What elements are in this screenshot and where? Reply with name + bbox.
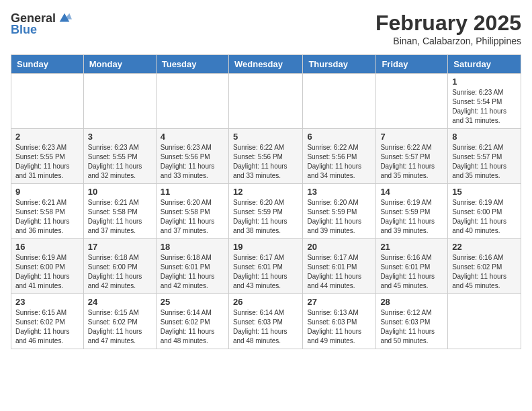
calendar-cell: 17Sunrise: 6:18 AM Sunset: 6:00 PM Dayli… — [83, 239, 156, 294]
day-info: Sunrise: 6:16 AM Sunset: 6:01 PM Dayligh… — [380, 253, 443, 291]
day-info: Sunrise: 6:14 AM Sunset: 6:02 PM Dayligh… — [161, 308, 224, 346]
day-number: 28 — [380, 297, 443, 307]
day-number: 24 — [88, 297, 152, 307]
day-number: 2 — [15, 132, 79, 142]
day-info: Sunrise: 6:15 AM Sunset: 6:02 PM Dayligh… — [88, 308, 152, 346]
day-number: 27 — [307, 297, 371, 307]
calendar-cell: 4Sunrise: 6:23 AM Sunset: 5:56 PM Daylig… — [156, 129, 228, 184]
location-title: Binan, Calabarzon, Philippines — [375, 36, 521, 46]
day-number: 20 — [307, 242, 371, 252]
calendar-cell: 26Sunrise: 6:14 AM Sunset: 6:03 PM Dayli… — [228, 294, 302, 349]
day-of-week-header: Wednesday — [228, 55, 302, 74]
calendar-cell: 16Sunrise: 6:19 AM Sunset: 6:00 PM Dayli… — [11, 239, 84, 294]
day-of-week-header: Tuesday — [156, 55, 228, 74]
calendar-cell — [11, 74, 84, 129]
calendar-cell: 21Sunrise: 6:16 AM Sunset: 6:01 PM Dayli… — [376, 239, 448, 294]
calendar-cell: 20Sunrise: 6:17 AM Sunset: 6:01 PM Dayli… — [303, 239, 376, 294]
month-title: February 2025 — [375, 11, 521, 36]
day-info: Sunrise: 6:22 AM Sunset: 5:56 PM Dayligh… — [307, 143, 371, 181]
calendar: SundayMondayTuesdayWednesdayThursdayFrid… — [11, 54, 521, 349]
calendar-cell: 3Sunrise: 6:23 AM Sunset: 5:55 PM Daylig… — [83, 129, 156, 184]
calendar-cell: 10Sunrise: 6:21 AM Sunset: 5:58 PM Dayli… — [83, 184, 156, 239]
day-number: 8 — [452, 132, 517, 142]
day-info: Sunrise: 6:20 AM Sunset: 5:59 PM Dayligh… — [307, 198, 371, 236]
day-info: Sunrise: 6:15 AM Sunset: 6:02 PM Dayligh… — [15, 308, 79, 346]
day-number: 4 — [161, 132, 224, 142]
day-number: 12 — [233, 187, 298, 197]
day-number: 23 — [15, 297, 79, 307]
calendar-cell — [376, 74, 448, 129]
day-info: Sunrise: 6:22 AM Sunset: 5:56 PM Dayligh… — [233, 143, 298, 181]
day-number: 25 — [161, 297, 224, 307]
day-info: Sunrise: 6:22 AM Sunset: 5:57 PM Dayligh… — [380, 143, 443, 181]
calendar-cell: 12Sunrise: 6:20 AM Sunset: 5:59 PM Dayli… — [228, 184, 302, 239]
day-number: 10 — [88, 187, 152, 197]
calendar-cell — [448, 294, 521, 349]
day-of-week-header: Friday — [376, 55, 448, 74]
day-info: Sunrise: 6:19 AM Sunset: 6:00 PM Dayligh… — [15, 253, 79, 291]
calendar-cell: 6Sunrise: 6:22 AM Sunset: 5:56 PM Daylig… — [303, 129, 376, 184]
day-number: 18 — [161, 242, 224, 252]
calendar-cell: 11Sunrise: 6:20 AM Sunset: 5:58 PM Dayli… — [156, 184, 228, 239]
day-number: 1 — [452, 77, 517, 87]
day-info: Sunrise: 6:13 AM Sunset: 6:03 PM Dayligh… — [307, 308, 371, 346]
day-number: 5 — [233, 132, 298, 142]
calendar-cell: 18Sunrise: 6:18 AM Sunset: 6:01 PM Dayli… — [156, 239, 228, 294]
calendar-cell — [156, 74, 228, 129]
calendar-cell: 14Sunrise: 6:19 AM Sunset: 5:59 PM Dayli… — [376, 184, 448, 239]
calendar-cell: 13Sunrise: 6:20 AM Sunset: 5:59 PM Dayli… — [303, 184, 376, 239]
day-info: Sunrise: 6:21 AM Sunset: 5:58 PM Dayligh… — [88, 198, 152, 236]
day-number: 6 — [307, 132, 371, 142]
day-info: Sunrise: 6:23 AM Sunset: 5:54 PM Dayligh… — [452, 88, 517, 126]
day-info: Sunrise: 6:19 AM Sunset: 5:59 PM Dayligh… — [380, 198, 443, 236]
day-number: 16 — [15, 242, 79, 252]
day-number: 15 — [452, 187, 517, 197]
day-number: 21 — [380, 242, 443, 252]
day-info: Sunrise: 6:12 AM Sunset: 6:03 PM Dayligh… — [380, 308, 443, 346]
calendar-header-row: SundayMondayTuesdayWednesdayThursdayFrid… — [11, 55, 521, 74]
day-info: Sunrise: 6:20 AM Sunset: 5:59 PM Dayligh… — [233, 198, 298, 236]
day-info: Sunrise: 6:17 AM Sunset: 6:01 PM Dayligh… — [307, 253, 371, 291]
calendar-cell: 9Sunrise: 6:21 AM Sunset: 5:58 PM Daylig… — [11, 184, 84, 239]
calendar-cell: 15Sunrise: 6:19 AM Sunset: 6:00 PM Dayli… — [448, 184, 521, 239]
day-number: 17 — [88, 242, 152, 252]
calendar-cell: 8Sunrise: 6:21 AM Sunset: 5:57 PM Daylig… — [448, 129, 521, 184]
day-info: Sunrise: 6:16 AM Sunset: 6:02 PM Dayligh… — [452, 253, 517, 291]
day-info: Sunrise: 6:23 AM Sunset: 5:55 PM Dayligh… — [88, 143, 152, 181]
day-number: 13 — [307, 187, 371, 197]
day-info: Sunrise: 6:23 AM Sunset: 5:56 PM Dayligh… — [161, 143, 224, 181]
day-info: Sunrise: 6:20 AM Sunset: 5:58 PM Dayligh… — [161, 198, 224, 236]
calendar-cell: 23Sunrise: 6:15 AM Sunset: 6:02 PM Dayli… — [11, 294, 84, 349]
logo: General Blue — [11, 11, 72, 37]
calendar-cell: 7Sunrise: 6:22 AM Sunset: 5:57 PM Daylig… — [376, 129, 448, 184]
calendar-week-row: 9Sunrise: 6:21 AM Sunset: 5:58 PM Daylig… — [11, 184, 521, 239]
calendar-cell — [303, 74, 376, 129]
calendar-week-row: 23Sunrise: 6:15 AM Sunset: 6:02 PM Dayli… — [11, 294, 521, 349]
calendar-week-row: 1Sunrise: 6:23 AM Sunset: 5:54 PM Daylig… — [11, 74, 521, 129]
day-info: Sunrise: 6:17 AM Sunset: 6:01 PM Dayligh… — [233, 253, 298, 291]
calendar-week-row: 2Sunrise: 6:23 AM Sunset: 5:55 PM Daylig… — [11, 129, 521, 184]
day-info: Sunrise: 6:21 AM Sunset: 5:58 PM Dayligh… — [15, 198, 79, 236]
calendar-cell — [228, 74, 302, 129]
calendar-cell: 27Sunrise: 6:13 AM Sunset: 6:03 PM Dayli… — [303, 294, 376, 349]
calendar-cell: 25Sunrise: 6:14 AM Sunset: 6:02 PM Dayli… — [156, 294, 228, 349]
calendar-cell: 2Sunrise: 6:23 AM Sunset: 5:55 PM Daylig… — [11, 129, 84, 184]
day-info: Sunrise: 6:18 AM Sunset: 6:01 PM Dayligh… — [161, 253, 224, 291]
day-number: 11 — [161, 187, 224, 197]
day-number: 3 — [88, 132, 152, 142]
day-number: 26 — [233, 297, 298, 307]
day-number: 22 — [452, 242, 517, 252]
day-info: Sunrise: 6:21 AM Sunset: 5:57 PM Dayligh… — [452, 143, 517, 181]
calendar-week-row: 16Sunrise: 6:19 AM Sunset: 6:00 PM Dayli… — [11, 239, 521, 294]
day-of-week-header: Monday — [83, 55, 156, 74]
day-info: Sunrise: 6:23 AM Sunset: 5:55 PM Dayligh… — [15, 143, 79, 181]
day-number: 19 — [233, 242, 298, 252]
calendar-cell: 28Sunrise: 6:12 AM Sunset: 6:03 PM Dayli… — [376, 294, 448, 349]
calendar-cell: 1Sunrise: 6:23 AM Sunset: 5:54 PM Daylig… — [448, 74, 521, 129]
calendar-cell: 22Sunrise: 6:16 AM Sunset: 6:02 PM Dayli… — [448, 239, 521, 294]
day-number: 14 — [380, 187, 443, 197]
logo-icon — [57, 11, 72, 26]
calendar-cell: 5Sunrise: 6:22 AM Sunset: 5:56 PM Daylig… — [228, 129, 302, 184]
day-of-week-header: Thursday — [303, 55, 376, 74]
day-info: Sunrise: 6:18 AM Sunset: 6:00 PM Dayligh… — [88, 253, 152, 291]
